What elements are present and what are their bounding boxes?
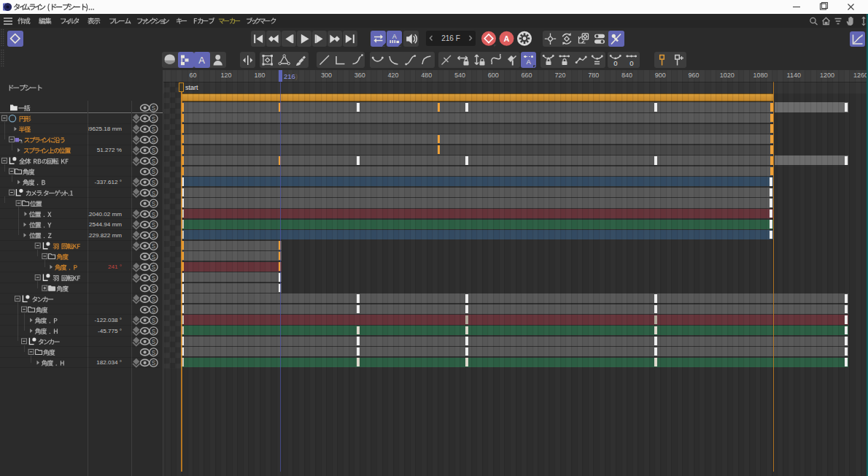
- svg-text:S: S: [152, 307, 156, 314]
- svg-text:S: S: [152, 264, 156, 271]
- svg-text:S: S: [152, 212, 156, 218]
- svg-text:S: S: [152, 339, 156, 345]
- svg-text:S: S: [152, 105, 156, 112]
- svg-text:S: S: [152, 158, 156, 165]
- svg-text:S: S: [152, 243, 156, 250]
- svg-text:S: S: [152, 126, 156, 133]
- svg-text:S: S: [152, 275, 156, 282]
- svg-text:S: S: [152, 147, 156, 154]
- svg-text:S: S: [152, 233, 156, 239]
- svg-text:S: S: [152, 169, 156, 175]
- svg-text:S: S: [152, 285, 156, 292]
- svg-text:S: S: [152, 318, 156, 324]
- svg-text:S: S: [152, 350, 156, 356]
- svg-text:S: S: [152, 180, 156, 186]
- svg-text:S: S: [152, 201, 156, 207]
- svg-text:S: S: [152, 360, 156, 366]
- svg-text:S: S: [152, 116, 156, 123]
- svg-text:S: S: [152, 254, 156, 261]
- svg-text:S: S: [152, 191, 156, 197]
- svg-text:S: S: [152, 296, 156, 303]
- svg-text:S: S: [152, 329, 156, 335]
- svg-text:S: S: [152, 137, 156, 144]
- svg-text:S: S: [152, 222, 156, 229]
